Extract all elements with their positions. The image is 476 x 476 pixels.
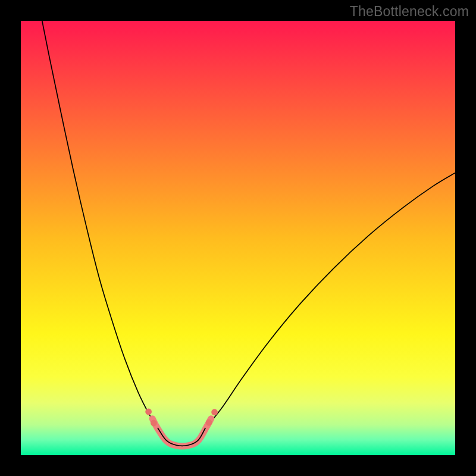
chart-background [21, 21, 455, 455]
marker-dot-3 [211, 409, 218, 415]
plot-area [21, 21, 455, 455]
marker-dot-0 [145, 409, 152, 415]
watermark-text: TheBottleneck.com [350, 4, 469, 20]
marker-dot-1 [151, 420, 157, 427]
marker-dot-2 [206, 419, 212, 426]
chart-frame: TheBottleneck.com [0, 0, 476, 476]
chart-svg [21, 21, 455, 455]
